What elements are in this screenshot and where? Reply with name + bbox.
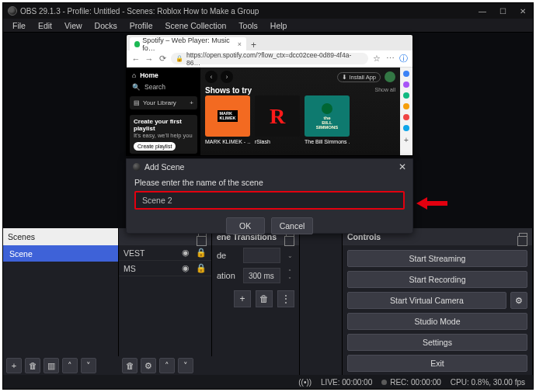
show-card[interactable]: R rSlash bbox=[255, 95, 300, 144]
tab-close-icon[interactable]: × bbox=[238, 40, 242, 48]
spin-down-icon[interactable]: ˅ bbox=[285, 276, 294, 283]
eye-icon[interactable]: ◉ bbox=[182, 263, 190, 273]
cancel-button[interactable]: Cancel bbox=[271, 217, 314, 234]
install-app-button[interactable]: ⬇Install App bbox=[337, 72, 381, 82]
move-scene-down-button[interactable]: ˅ bbox=[81, 358, 96, 373]
library-icon: ▤ bbox=[134, 99, 140, 106]
menu-docks[interactable]: Docks bbox=[89, 21, 124, 30]
add-scene-button[interactable]: + bbox=[6, 358, 22, 373]
show-card-title: MARK KLIMEK - … bbox=[205, 139, 250, 144]
sidebar-dot-icon[interactable] bbox=[403, 103, 409, 109]
obs-window: OBS 29.1.3 - Profile: Untitled - Scenes:… bbox=[2, 2, 534, 390]
history-back-icon[interactable]: ‹ bbox=[205, 71, 218, 83]
transition-duration-field[interactable]: 300 ms bbox=[243, 268, 280, 283]
sidebar-dot-icon[interactable] bbox=[403, 92, 409, 99]
ok-button[interactable]: OK bbox=[226, 217, 265, 234]
menu-edit[interactable]: Edit bbox=[32, 21, 58, 30]
dialog-prompt: Please enter the name of the scene bbox=[134, 178, 405, 187]
source-row[interactable]: VEST ◉ 🔒 bbox=[119, 245, 211, 261]
transition-menu-button[interactable]: ⋮ bbox=[277, 290, 294, 307]
lock-icon[interactable]: 🔒 bbox=[196, 248, 207, 258]
virtual-camera-settings-button[interactable]: ⚙ bbox=[510, 292, 527, 309]
new-tab-button[interactable]: + bbox=[246, 40, 261, 50]
scenes-toolbar: + 🗑 ▥ ˄ ˅ bbox=[3, 356, 119, 375]
start-recording-button[interactable]: Start Recording bbox=[347, 271, 527, 288]
source-row[interactable]: MS ◉ 🔒 bbox=[119, 261, 211, 276]
menu-profile[interactable]: Profile bbox=[124, 21, 159, 30]
remove-transition-button[interactable]: 🗑 bbox=[256, 290, 273, 307]
nav-home[interactable]: ⌂Home bbox=[132, 71, 195, 79]
menu-tools[interactable]: Tools bbox=[232, 21, 264, 30]
sidebar-dot-icon[interactable] bbox=[403, 125, 409, 131]
add-transition-button[interactable]: + bbox=[234, 290, 251, 307]
scene-item[interactable]: Scene bbox=[3, 245, 118, 262]
address-bar[interactable]: 🔒 https://open.spotify.com/?flow_ctx=dcc… bbox=[171, 53, 368, 64]
sidebar-dot-icon[interactable] bbox=[403, 82, 409, 88]
settings-button[interactable]: Settings bbox=[347, 334, 527, 351]
your-library[interactable]: ▤Your Library + bbox=[130, 96, 197, 109]
close-button[interactable]: ✕ bbox=[513, 3, 533, 19]
menu-file[interactable]: File bbox=[6, 21, 32, 30]
download-icon: ⬇ bbox=[342, 74, 347, 81]
studio-mode-button[interactable]: Studio Mode bbox=[347, 313, 527, 330]
obs-logo-icon bbox=[8, 6, 17, 16]
source-properties-button[interactable]: ⚙ bbox=[141, 358, 156, 373]
remove-scene-button[interactable]: 🗑 bbox=[25, 358, 40, 373]
obs-logo-icon bbox=[133, 163, 141, 171]
record-dot-icon bbox=[381, 380, 387, 385]
edge-browser-window: Spotify – Web Player: Music fo… × + ← → … bbox=[126, 34, 413, 156]
status-live: LIVE: 00:00:00 bbox=[321, 378, 372, 387]
lock-icon[interactable]: 🔒 bbox=[196, 263, 207, 273]
sidebar-dot-icon[interactable] bbox=[403, 114, 409, 120]
scene-name-input[interactable]: Scene 2 bbox=[134, 191, 405, 210]
chevron-down-icon[interactable]: ⌄ bbox=[285, 252, 294, 259]
nav-search[interactable]: 🔍Search bbox=[132, 83, 195, 91]
browser-tab-title: Spotify – Web Player: Music fo… bbox=[142, 36, 235, 52]
maximize-button[interactable]: ☐ bbox=[492, 3, 513, 19]
start-streaming-button[interactable]: Start Streaming bbox=[347, 250, 527, 267]
create-playlist-button[interactable]: Create playlist bbox=[134, 142, 176, 151]
spotify-webapp: ⌂Home 🔍Search ▤Your Library + Create you… bbox=[127, 68, 400, 155]
scene-item-label: Scene bbox=[9, 249, 33, 258]
menu-icon[interactable]: ⋯ bbox=[385, 54, 395, 64]
sidebar-add-icon[interactable]: + bbox=[404, 136, 409, 144]
transition-mode-select[interactable] bbox=[243, 248, 280, 263]
reload-icon[interactable]: ⟳ bbox=[158, 54, 167, 64]
scenes-dock-title: Scenes bbox=[8, 232, 35, 241]
sidebar-dot-icon[interactable] bbox=[403, 71, 409, 77]
favorites-icon[interactable]: ☆ bbox=[372, 54, 381, 64]
plus-icon[interactable]: + bbox=[190, 99, 193, 106]
scenes-dock-header[interactable]: Scenes bbox=[3, 228, 118, 245]
remove-source-button[interactable]: 🗑 bbox=[122, 358, 137, 373]
menu-view[interactable]: View bbox=[58, 21, 89, 30]
copilot-icon[interactable]: ⓘ bbox=[399, 53, 408, 64]
show-card[interactable]: MARKKLIMEK MARK KLIMEK - … bbox=[205, 95, 250, 144]
dialog-close-button[interactable]: ✕ bbox=[399, 161, 406, 172]
eye-icon[interactable]: ◉ bbox=[182, 248, 190, 258]
menu-scene-collection[interactable]: Scene Collection bbox=[159, 21, 233, 30]
user-avatar[interactable] bbox=[385, 71, 395, 82]
back-icon[interactable]: ← bbox=[131, 54, 141, 64]
browser-toolbar: ← → ⟳ 🔒 https://open.spotify.com/?flow_c… bbox=[127, 50, 412, 68]
minimize-button[interactable]: — bbox=[472, 3, 492, 19]
popout-icon[interactable] bbox=[519, 233, 527, 241]
start-virtual-camera-button[interactable]: Start Virtual Camera bbox=[347, 292, 506, 309]
status-bar: ((•)) LIVE: 00:00:00 REC: 00:00:00 CPU: … bbox=[3, 375, 533, 389]
move-scene-up-button[interactable]: ˄ bbox=[62, 358, 78, 373]
move-source-up-button[interactable]: ˄ bbox=[159, 358, 175, 373]
create-playlist-card: Create your first playlist It's easy, we… bbox=[130, 115, 197, 154]
move-source-down-button[interactable]: ˅ bbox=[178, 358, 193, 373]
show-card[interactable]: theBILLSIMMONS The Bill Simmons … bbox=[305, 95, 350, 144]
sources-toolbar: 🗑 ⚙ ˄ ˅ bbox=[119, 356, 212, 375]
history-forward-icon[interactable]: › bbox=[221, 71, 233, 83]
browser-tab[interactable]: Spotify – Web Player: Music fo… × bbox=[130, 37, 246, 50]
menu-help[interactable]: Help bbox=[264, 21, 294, 30]
dialog-titlebar: Add Scene ✕ bbox=[127, 159, 412, 175]
docks-row: Scenes Scene VEST ◉ 🔒 bbox=[3, 228, 533, 375]
spin-up-icon[interactable]: ˄ bbox=[285, 268, 294, 276]
forward-icon[interactable]: → bbox=[144, 54, 154, 64]
scene-filters-button[interactable]: ▥ bbox=[44, 358, 59, 373]
show-cover: theBILLSIMMONS bbox=[305, 95, 350, 137]
lock-icon: 🔒 bbox=[176, 55, 183, 62]
exit-button[interactable]: Exit bbox=[347, 355, 527, 372]
